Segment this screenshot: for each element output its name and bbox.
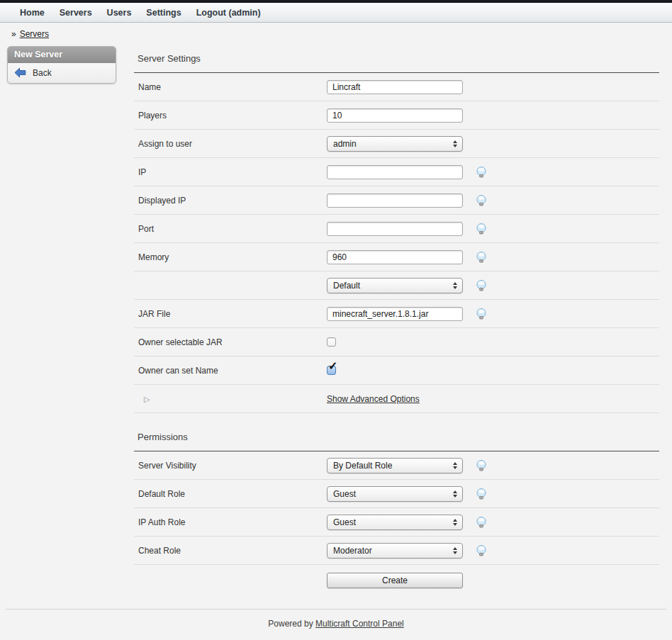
main-navbar: Home Servers Users Settings Logout (admi… [0, 3, 672, 23]
show-advanced-options-link[interactable]: Show Advanced Options [327, 394, 420, 404]
select-value: Default [327, 281, 360, 291]
row-cheat-role: Cheat Role Moderator [134, 537, 659, 565]
nav-home[interactable]: Home [20, 8, 45, 18]
port-label: Port [134, 224, 327, 234]
nav-logout[interactable]: Logout (admin) [196, 8, 261, 18]
row-default-preset: Default [134, 271, 659, 300]
jar-file-label: JAR File [134, 309, 327, 319]
select-value: Guest [327, 517, 356, 527]
select-stepper-icon [453, 140, 457, 147]
row-displayed-ip: Displayed IP [134, 186, 659, 215]
owner-selectable-jar-label: Owner selectable JAR [134, 337, 327, 347]
row-create: Create [134, 565, 659, 596]
back-label: Back [33, 68, 52, 78]
row-default-role: Default Role Guest [134, 480, 659, 508]
select-stepper-icon [453, 462, 457, 469]
help-bulb-icon[interactable] [475, 251, 488, 264]
server-settings-heading: Server Settings [134, 46, 659, 73]
cheat-role-select[interactable]: Moderator [327, 543, 463, 558]
row-players: Players [134, 101, 659, 130]
help-bulb-icon[interactable] [475, 516, 488, 529]
row-advanced-options: ▷ Show Advanced Options [134, 385, 659, 413]
sidebar-title: New Server [8, 47, 116, 63]
cheat-role-label: Cheat Role [134, 546, 327, 556]
assign-to-user-label: Assign to user [134, 139, 327, 149]
row-ip: IP [134, 158, 659, 186]
help-bulb-icon[interactable] [475, 166, 488, 179]
default-role-select[interactable]: Guest [327, 486, 463, 502]
help-bulb-icon[interactable] [475, 308, 488, 320]
assign-to-user-select[interactable]: admin [327, 136, 463, 152]
players-input[interactable] [327, 108, 463, 123]
memory-label: Memory [134, 252, 327, 262]
row-owner-selectable-jar: Owner selectable JAR [134, 328, 659, 357]
checkmark-icon: ✓ [328, 361, 337, 372]
owner-can-set-name-checkbox[interactable]: ✓ [327, 366, 336, 375]
select-value: Guest [327, 489, 356, 499]
default-role-label: Default Role [134, 489, 327, 499]
row-assign-to-user: Assign to user admin [134, 130, 659, 158]
displayed-ip-label: Displayed IP [134, 196, 327, 206]
help-bulb-icon[interactable] [475, 279, 488, 292]
select-value: Moderator [327, 546, 372, 556]
name-label: Name [134, 82, 327, 92]
sidebar-panel: New Server Back [7, 46, 116, 84]
ip-input[interactable] [327, 165, 463, 179]
row-ip-auth-role: IP Auth Role Guest [134, 508, 659, 537]
select-stepper-icon [453, 490, 457, 498]
row-owner-can-set-name: Owner can set Name ✓ [134, 357, 659, 385]
nav-servers[interactable]: Servers [60, 8, 92, 18]
jar-file-input[interactable] [327, 307, 463, 321]
owner-selectable-jar-checkbox[interactable] [327, 337, 336, 347]
help-bulb-icon[interactable] [475, 459, 488, 472]
ip-label: IP [134, 167, 327, 177]
row-server-visibility: Server Visibility By Default Role [134, 451, 659, 480]
main-content: Server Settings Name Players Assign to u… [134, 46, 659, 596]
select-value: By Default Role [327, 461, 392, 471]
expander-triangle-icon[interactable]: ▷ [144, 395, 150, 403]
breadcrumb-servers-link[interactable]: Servers [20, 29, 49, 39]
memory-input[interactable] [327, 250, 463, 264]
ip-auth-role-label: IP Auth Role [134, 517, 327, 527]
select-stepper-icon [453, 519, 457, 526]
help-bulb-icon[interactable] [475, 544, 488, 557]
select-stepper-icon [453, 282, 457, 289]
help-bulb-icon[interactable] [475, 194, 488, 207]
displayed-ip-input[interactable] [327, 193, 463, 208]
owner-can-set-name-label: Owner can set Name [134, 366, 327, 376]
server-visibility-label: Server Visibility [134, 461, 327, 471]
nav-settings[interactable]: Settings [146, 8, 181, 18]
breadcrumb: »Servers [0, 23, 672, 39]
select-stepper-icon [453, 547, 457, 554]
help-bulb-icon[interactable] [475, 488, 488, 500]
row-port: Port [134, 215, 659, 243]
sidebar-back-button[interactable]: Back [8, 63, 116, 83]
footer-text: Powered by [268, 619, 313, 629]
select-value: admin [327, 139, 357, 149]
ip-auth-role-select[interactable]: Guest [327, 515, 463, 530]
back-arrow-icon [14, 67, 26, 78]
breadcrumb-separator: » [11, 29, 16, 39]
name-input[interactable] [327, 80, 463, 94]
players-label: Players [134, 111, 327, 120]
row-jar-file: JAR File [134, 300, 659, 328]
row-memory: Memory [134, 243, 659, 271]
row-name: Name [134, 73, 659, 101]
multicraft-link[interactable]: Multicraft Control Panel [315, 619, 404, 629]
server-visibility-select[interactable]: By Default Role [327, 458, 463, 473]
permissions-heading: Permissions [134, 425, 659, 451]
nav-users[interactable]: Users [107, 8, 132, 18]
port-input[interactable] [327, 222, 463, 236]
page-footer: Powered by Multicraft Control Panel [6, 609, 666, 629]
default-preset-select[interactable]: Default [327, 278, 463, 293]
help-bulb-icon[interactable] [475, 223, 488, 235]
create-button[interactable]: Create [327, 573, 463, 588]
